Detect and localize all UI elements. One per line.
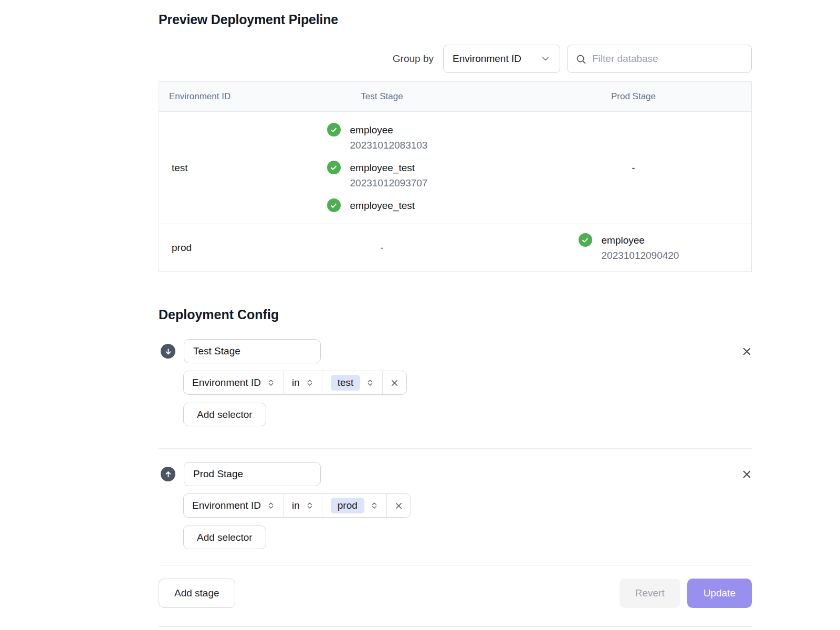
group-by-selected-value: Environment ID [453, 53, 521, 65]
database-name: employee_test [350, 198, 415, 213]
deployment-config-heading: Deployment Config [159, 307, 752, 322]
group-by-dropdown[interactable]: Environment ID [443, 45, 560, 73]
environment-id-cell: prod [159, 233, 248, 263]
stage-name-input[interactable] [184, 339, 321, 363]
database-name: employee [350, 122, 428, 138]
table-header-row: Environment ID Test Stage Prod Stage [159, 82, 751, 112]
database-name: employee [602, 233, 679, 248]
pipeline-preview-table: Environment ID Test Stage Prod Stage tes… [159, 81, 752, 272]
close-icon [390, 378, 400, 388]
chevrons-updown-icon [267, 377, 275, 388]
table-row: prod - employee 20231012090420 [159, 224, 751, 271]
empty-stage-placeholder: - [380, 242, 383, 254]
filter-database-input[interactable] [592, 53, 743, 65]
table-row: test employee 20231012083103 employee_te… [159, 112, 751, 224]
filter-database-searchbox [567, 45, 752, 73]
save-actions: Revert Update [620, 579, 752, 608]
prod-stage-cell: employee 20231012090420 [516, 233, 751, 263]
selector-value-select[interactable]: test [322, 371, 383, 394]
test-stage-cell: - [248, 233, 516, 263]
search-icon [575, 54, 586, 65]
remove-stage-button[interactable] [739, 466, 755, 484]
stage-name-input[interactable] [184, 462, 321, 486]
chevron-down-icon [540, 54, 551, 64]
remove-stage-button[interactable] [739, 343, 755, 361]
database-item: employee 20231012090420 [579, 233, 689, 263]
update-button[interactable]: Update [687, 579, 752, 608]
close-icon [394, 501, 404, 511]
close-icon [741, 468, 753, 480]
chevrons-updown-icon [267, 500, 275, 511]
selector-key-value: Environment ID [192, 377, 261, 388]
arrow-down-circle-icon [161, 344, 175, 359]
database-item: employee_test [327, 198, 437, 213]
group-by-label: Group by [393, 53, 434, 65]
column-header-test-stage: Test Stage [248, 91, 516, 102]
database-version: 20231012093707 [350, 175, 428, 191]
stage-config-prod: Environment ID in prod Add selector [159, 449, 752, 565]
chevrons-updown-icon [306, 500, 313, 511]
label-selector: Environment ID in test [183, 371, 407, 395]
close-icon [741, 345, 753, 358]
page-title: Preview Deployment Pipeline [159, 12, 752, 27]
selector-key-value: Environment ID [192, 500, 261, 511]
database-version: 20231012083103 [350, 138, 428, 153]
check-circle-icon [327, 161, 341, 174]
revert-button[interactable]: Revert [620, 579, 680, 608]
test-stage-cell: employee 20231012083103 employee_test 20… [248, 122, 516, 213]
selector-operator-select[interactable]: in [283, 371, 322, 394]
column-header-prod-stage: Prod Stage [516, 91, 751, 102]
selector-operator-select[interactable]: in [283, 494, 322, 517]
database-item: employee_test 20231012093707 [327, 160, 437, 191]
remove-selector-button[interactable] [382, 371, 406, 394]
stage-config-test: Environment ID in test Add selector [159, 339, 752, 449]
selector-value-tag: test [331, 375, 361, 391]
empty-stage-placeholder: - [632, 162, 635, 174]
pipeline-toolbar: Group by Environment ID [159, 45, 752, 73]
deployment-pipeline-page: Preview Deployment Pipeline Group by Env… [159, 0, 752, 627]
selector-key-select[interactable]: Environment ID [184, 371, 283, 394]
database-name: employee_test [350, 160, 428, 175]
selector-value-select[interactable]: prod [322, 494, 386, 517]
stage-header [159, 339, 752, 363]
add-selector-button[interactable]: Add selector [183, 403, 266, 426]
chevrons-updown-icon [306, 377, 313, 388]
selector-value-tag: prod [331, 498, 364, 513]
chevrons-updown-icon [371, 500, 378, 511]
selector-row: Environment ID in prod [183, 494, 752, 518]
bottom-divider [159, 626, 752, 627]
selector-operator-value: in [292, 377, 300, 388]
add-stage-button[interactable]: Add stage [159, 579, 235, 608]
database-version: 20231012090420 [602, 248, 679, 263]
check-circle-icon [327, 123, 341, 136]
label-selector: Environment ID in prod [183, 494, 411, 518]
column-header-environment-id: Environment ID [159, 91, 248, 102]
selector-row: Environment ID in test [183, 371, 752, 395]
check-circle-icon [327, 198, 341, 212]
arrow-up-circle-icon [161, 467, 175, 481]
selector-operator-value: in [292, 500, 300, 511]
prod-stage-cell: - [516, 122, 751, 213]
footer-actions: Add stage Revert Update [159, 565, 752, 608]
add-selector-button[interactable]: Add selector [183, 526, 266, 549]
stage-header [159, 462, 752, 486]
environment-id-cell: test [159, 122, 248, 213]
chevrons-updown-icon [366, 377, 374, 388]
selector-key-select[interactable]: Environment ID [184, 494, 283, 517]
check-circle-icon [579, 233, 592, 247]
remove-selector-button[interactable] [386, 494, 411, 517]
database-item: employee 20231012083103 [327, 122, 437, 153]
